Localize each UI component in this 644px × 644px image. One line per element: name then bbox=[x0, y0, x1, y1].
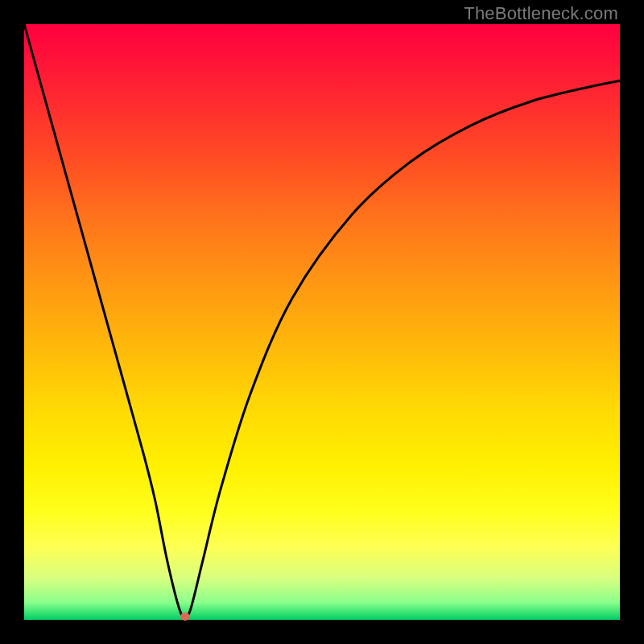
minimum-marker bbox=[180, 613, 190, 621]
plot-area bbox=[24, 24, 620, 620]
curve-svg bbox=[24, 24, 620, 620]
bottleneck-curve bbox=[24, 24, 620, 617]
watermark-text: TheBottleneck.com bbox=[464, 3, 618, 24]
chart-container: TheBottleneck.com bbox=[0, 0, 644, 644]
